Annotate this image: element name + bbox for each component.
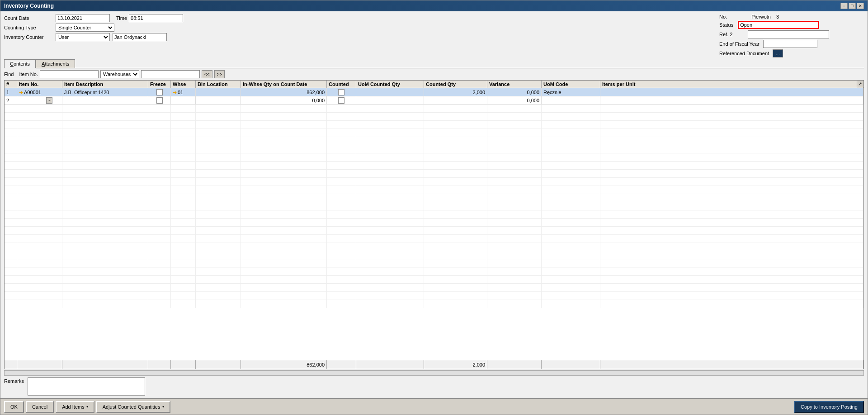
cancel-button[interactable]: Cancel	[26, 401, 54, 413]
ref2-input[interactable]	[748, 30, 829, 38]
empty-table-row	[5, 267, 863, 276]
col-header-variance: Variance	[487, 81, 542, 88]
time-input[interactable]	[129, 14, 183, 22]
grid-header: # Item No. Item Description Freeze Whse …	[5, 81, 863, 88]
cell-counted-2[interactable]	[327, 96, 356, 105]
empty-cell	[327, 129, 356, 137]
adjust-counted-dropdown-icon: ▾	[162, 405, 164, 409]
copy-to-inventory-button[interactable]: Copy to Inventory Posting	[794, 401, 864, 413]
empty-cell	[17, 292, 62, 300]
empty-cell	[5, 235, 17, 243]
cell-freeze-1[interactable]	[148, 88, 171, 96]
counted-checkbox-1[interactable]	[338, 89, 344, 95]
col-header-whse: Whse	[171, 81, 196, 88]
status-label: Status	[719, 22, 733, 28]
count-date-input[interactable]	[56, 14, 110, 22]
table-row[interactable]: 2 ⋯ 0,000	[5, 96, 863, 105]
tab-attachments[interactable]: Attachments	[36, 59, 75, 68]
empty-table-row	[5, 259, 863, 267]
empty-cell	[5, 194, 17, 202]
empty-cell	[5, 292, 17, 300]
empty-cell	[487, 170, 542, 178]
minimize-button[interactable]: −	[840, 3, 848, 9]
empty-table-row	[5, 284, 863, 292]
empty-cell	[356, 202, 424, 210]
cell-inwhse-1: 862,000	[241, 88, 327, 96]
empty-cell	[327, 210, 356, 219]
empty-cell	[171, 194, 196, 202]
status-input[interactable]	[738, 21, 819, 29]
cell-variance-2: 0,000	[487, 96, 542, 105]
empty-cell	[600, 276, 863, 284]
empty-cell	[62, 219, 148, 227]
empty-cell	[542, 105, 600, 113]
empty-cell	[356, 129, 424, 137]
close-button[interactable]: ✕	[857, 3, 864, 9]
empty-cell	[487, 137, 542, 145]
empty-cell	[327, 113, 356, 121]
empty-cell	[356, 292, 424, 300]
ref-doc-row: Referenced Document ...	[719, 49, 864, 57]
grid-footer: 862,000 2,000	[5, 360, 863, 369]
freeze-checkbox-2[interactable]	[156, 97, 163, 104]
empty-cell	[600, 170, 863, 178]
empty-cell	[356, 219, 424, 227]
cell-counted-1[interactable]	[327, 88, 356, 96]
empty-cell	[600, 137, 863, 145]
nav-next-button[interactable]: >>	[214, 70, 225, 78]
empty-cell	[424, 145, 487, 153]
col-header-countedqty: Counted Qty	[424, 81, 487, 88]
horizontal-scrollbar[interactable]	[4, 370, 864, 376]
counter-name-input[interactable]	[113, 33, 167, 41]
cell-bin-2	[196, 96, 241, 105]
bottom-right-buttons: Copy to Inventory Posting	[794, 401, 864, 413]
ref-doc-button[interactable]: ...	[773, 49, 783, 57]
empty-cell	[62, 227, 148, 235]
empty-cell	[424, 300, 487, 308]
cell-whse-2	[171, 96, 196, 105]
empty-cell	[487, 235, 542, 243]
empty-cell	[542, 300, 600, 308]
find-input[interactable]	[40, 70, 99, 78]
nav-prev-button[interactable]: <<	[202, 70, 212, 78]
freeze-checkbox-1[interactable]	[156, 89, 163, 95]
empty-cell	[62, 153, 148, 162]
empty-cell	[148, 259, 171, 267]
cell-variance-1: 0,000	[487, 88, 542, 96]
empty-cell	[424, 129, 487, 137]
empty-table-row	[5, 186, 863, 194]
empty-cell	[542, 194, 600, 202]
empty-cell	[196, 227, 241, 235]
counted-checkbox-2[interactable]	[338, 97, 344, 104]
grid-wrapper: # Item No. Item Description Freeze Whse …	[4, 80, 864, 369]
adjust-counted-button[interactable]: Adjust Counted Quantities ▾	[96, 401, 170, 413]
expand-grid-button[interactable]: ↗	[857, 80, 864, 87]
empty-cell	[424, 243, 487, 251]
fiscal-year-input[interactable]	[763, 40, 817, 48]
counter-type-select[interactable]: User	[56, 33, 110, 41]
empty-cell	[327, 235, 356, 243]
empty-table-row	[5, 178, 863, 186]
maximize-button[interactable]: □	[849, 3, 856, 9]
empty-cell	[196, 243, 241, 251]
add-items-button[interactable]: Add Items ▾	[56, 401, 94, 413]
table-row[interactable]: 1 ➔A00001 J.B. Officeprint 1420 ➔01 862,…	[5, 88, 863, 96]
empty-cell	[356, 162, 424, 170]
empty-cell	[241, 210, 327, 219]
footer-bin	[196, 360, 241, 369]
tab-contents[interactable]: Contents	[4, 59, 36, 68]
ok-button[interactable]: OK	[4, 401, 24, 413]
empty-cell	[487, 276, 542, 284]
cell-itemno-2[interactable]: ⋯	[17, 96, 62, 105]
warehouse-dropdown[interactable]: Warehouses	[100, 70, 139, 78]
empty-table-row	[5, 227, 863, 235]
itemno-search-2[interactable]: ⋯	[46, 97, 52, 104]
empty-cell	[327, 178, 356, 186]
empty-cell	[356, 267, 424, 276]
cell-freeze-2[interactable]	[148, 96, 171, 105]
itemno-input-2[interactable]	[19, 98, 46, 103]
warehouse-filter-input[interactable]	[141, 70, 200, 78]
remarks-input[interactable]	[28, 377, 145, 396]
empty-cell	[148, 170, 171, 178]
counting-type-select[interactable]: Single Counter	[56, 24, 114, 32]
